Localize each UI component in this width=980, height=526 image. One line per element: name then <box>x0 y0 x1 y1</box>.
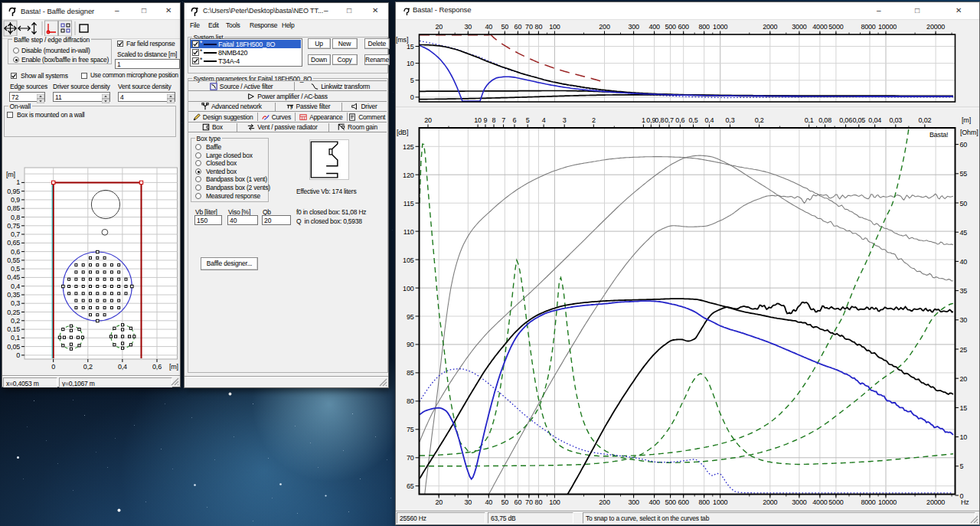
svg-text:0,2: 0,2 <box>83 363 93 371</box>
svg-text:0,65: 0,65 <box>7 239 20 247</box>
svg-text:55: 55 <box>960 170 968 178</box>
svg-text:125: 125 <box>403 143 414 151</box>
svg-text:0,6: 0,6 <box>11 248 20 256</box>
svg-text:600: 600 <box>678 23 689 31</box>
svg-text:65: 65 <box>407 482 414 490</box>
svg-text:80: 80 <box>535 498 543 506</box>
svg-text:5000: 5000 <box>828 498 843 506</box>
svg-text:0,95: 0,95 <box>7 188 20 195</box>
svg-text:4: 4 <box>542 116 546 124</box>
svg-text:0: 0 <box>960 492 964 500</box>
svg-text:20: 20 <box>435 23 443 31</box>
svg-text:0,2: 0,2 <box>11 317 20 325</box>
svg-text:2000: 2000 <box>763 498 777 506</box>
svg-text:0,4: 0,4 <box>704 116 714 124</box>
svg-text:0,05: 0,05 <box>7 343 20 351</box>
svg-text:5: 5 <box>526 116 530 124</box>
svg-text:10000: 10000 <box>878 23 897 31</box>
svg-text:[Ohm]: [Ohm] <box>960 129 978 136</box>
svg-text:0,35: 0,35 <box>7 291 20 299</box>
svg-text:5000: 5000 <box>828 23 843 31</box>
svg-text:40: 40 <box>485 23 492 31</box>
svg-text:[m]: [m] <box>6 171 15 178</box>
svg-text:0: 0 <box>51 363 55 371</box>
svg-text:50: 50 <box>501 498 508 506</box>
svg-text:80: 80 <box>535 23 543 31</box>
svg-text:1: 1 <box>16 178 20 186</box>
svg-text:100: 100 <box>403 285 414 292</box>
svg-text:[m]: [m] <box>962 116 971 124</box>
svg-text:60: 60 <box>514 498 522 506</box>
svg-text:0,02: 0,02 <box>919 116 932 124</box>
svg-text:50: 50 <box>501 23 508 31</box>
svg-text:0,03: 0,03 <box>889 116 902 124</box>
svg-text:30: 30 <box>960 316 968 324</box>
svg-text:800: 800 <box>698 498 710 506</box>
svg-text:90: 90 <box>407 341 414 348</box>
svg-text:0,1: 0,1 <box>11 334 20 341</box>
svg-text:2000: 2000 <box>763 23 777 31</box>
svg-text:0,7: 0,7 <box>665 116 674 124</box>
svg-text:500: 500 <box>665 23 676 31</box>
svg-text:3000: 3000 <box>792 498 806 506</box>
svg-text:0,06: 0,06 <box>839 116 852 124</box>
svg-text:25: 25 <box>960 346 968 354</box>
svg-text:35: 35 <box>960 287 968 295</box>
svg-text:400: 400 <box>648 498 660 506</box>
svg-text:200: 200 <box>599 23 610 31</box>
svg-text:300: 300 <box>628 498 639 506</box>
svg-text:105: 105 <box>403 256 414 264</box>
svg-text:6: 6 <box>513 116 517 124</box>
svg-text:600: 600 <box>678 498 689 506</box>
svg-text:2: 2 <box>592 116 596 124</box>
svg-text:3000: 3000 <box>792 23 806 31</box>
svg-text:70: 70 <box>525 23 533 31</box>
svg-text:8000: 8000 <box>861 23 875 31</box>
svg-text:300: 300 <box>628 23 639 31</box>
svg-text:20000: 20000 <box>926 498 945 506</box>
svg-text:1: 1 <box>642 116 645 124</box>
svg-text:0,04: 0,04 <box>868 116 881 124</box>
svg-text:20: 20 <box>424 116 432 124</box>
svg-text:0,2: 0,2 <box>755 116 764 124</box>
svg-text:[m]: [m] <box>169 363 178 371</box>
svg-text:20: 20 <box>435 498 443 506</box>
svg-text:200: 200 <box>599 498 610 506</box>
svg-text:75: 75 <box>407 426 414 433</box>
svg-text:5: 5 <box>960 462 964 470</box>
svg-text:800: 800 <box>698 23 710 31</box>
svg-text:1000: 1000 <box>713 23 727 31</box>
svg-text:4000: 4000 <box>812 498 827 506</box>
svg-text:0,3: 0,3 <box>11 299 20 307</box>
svg-text:0,9: 0,9 <box>11 196 20 204</box>
svg-text:0,7: 0,7 <box>11 230 20 238</box>
svg-text:0,3: 0,3 <box>726 116 735 124</box>
svg-text:[ms]: [ms] <box>396 36 408 44</box>
svg-text:8: 8 <box>492 116 496 124</box>
svg-text:0,55: 0,55 <box>7 256 20 264</box>
svg-text:500: 500 <box>665 498 676 506</box>
svg-text:0,5: 0,5 <box>11 265 20 273</box>
svg-text:0,4: 0,4 <box>118 363 127 371</box>
svg-text:10: 10 <box>474 116 482 124</box>
svg-text:0,8: 0,8 <box>11 214 20 221</box>
svg-text:40: 40 <box>960 258 968 266</box>
svg-text:0,25: 0,25 <box>7 309 20 316</box>
svg-text:50: 50 <box>960 200 968 207</box>
svg-text:[dB]: [dB] <box>397 129 408 136</box>
svg-text:70: 70 <box>525 498 533 506</box>
svg-text:10000: 10000 <box>878 498 897 506</box>
svg-text:400: 400 <box>648 23 660 31</box>
svg-text:15: 15 <box>960 404 968 412</box>
svg-text:40: 40 <box>485 498 492 506</box>
svg-text:60: 60 <box>960 141 968 149</box>
svg-text:45: 45 <box>960 229 968 237</box>
svg-text:115: 115 <box>403 200 414 207</box>
svg-text:0,6: 0,6 <box>152 363 162 371</box>
svg-text:0,08: 0,08 <box>818 116 831 124</box>
svg-text:0,8: 0,8 <box>655 116 664 124</box>
svg-text:0,15: 0,15 <box>7 325 20 333</box>
svg-text:0,75: 0,75 <box>7 222 20 230</box>
svg-text:85: 85 <box>407 369 414 377</box>
svg-text:110: 110 <box>403 228 414 236</box>
